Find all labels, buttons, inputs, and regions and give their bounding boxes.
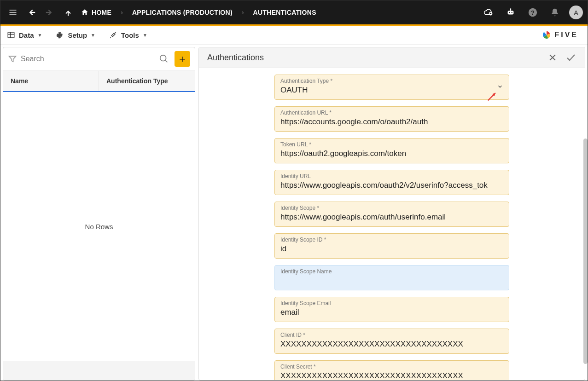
col-type-header[interactable]: Authentication Type	[99, 71, 195, 91]
top-app-bar: HOME › APPLICATIONS (PRODUCTION) › AUTHE…	[0, 0, 588, 24]
field-label: Authentication Type *	[280, 78, 503, 84]
search-input[interactable]	[21, 55, 155, 63]
table-header: Name Authentication Type	[3, 71, 195, 92]
breadcrumb-authentications[interactable]: AUTHENTICATIONS	[253, 9, 316, 16]
menu-tools-label: Tools	[121, 31, 139, 39]
field-label: Identity Scope ID *	[280, 237, 503, 243]
field-identity-url[interactable]: Identity URL https://www.googleapis.com/…	[274, 170, 509, 195]
detail-header: Authentications	[199, 47, 585, 68]
breadcrumb-applications-label: APPLICATIONS (PRODUCTION)	[132, 9, 233, 16]
detail-panel: Authentications Authentication Type * OA…	[198, 47, 585, 381]
chevron-down-icon: ▼	[38, 33, 42, 38]
breadcrumb-authentications-label: AUTHENTICATIONS	[253, 9, 316, 16]
field-value: id	[280, 244, 503, 254]
field-label: Identity URL	[280, 173, 503, 179]
filter-icon[interactable]	[8, 54, 17, 64]
svg-line-18	[165, 60, 168, 63]
field-label: Identity Scope Email	[280, 300, 503, 306]
field-token-url[interactable]: Token URL * https://oauth2.googleapis.co…	[274, 138, 509, 163]
field-label: Token URL *	[280, 141, 503, 148]
menu-setup[interactable]: Setup ▼	[56, 31, 95, 39]
hamburger-menu-icon[interactable]	[5, 5, 21, 20]
bell-icon[interactable]	[547, 5, 563, 20]
home-icon	[81, 8, 89, 17]
close-button[interactable]	[548, 53, 557, 62]
svg-point-11	[510, 8, 512, 10]
avatar-letter: A	[574, 9, 578, 17]
main-area: ＋ Name Authentication Type No Rows Authe…	[0, 45, 588, 381]
field-label: Identity Scope Name	[280, 268, 503, 275]
forward-arrow-icon	[42, 5, 58, 20]
menu-setup-label: Setup	[68, 31, 87, 39]
field-value: https://accounts.google.com/o/oauth2/aut…	[280, 117, 503, 127]
brand-logo: FIVE	[541, 30, 578, 40]
svg-point-17	[160, 55, 166, 61]
breadcrumb-home-label: HOME	[92, 9, 111, 16]
field-value	[280, 276, 503, 286]
field-value: OAUTH	[280, 86, 503, 96]
field-value: XXXXXXXXXXXXXXXXXXXXXXXXXXXXXXXXXXX	[280, 340, 503, 350]
field-value: https://oauth2.googleapis.com/token	[280, 149, 503, 159]
bot-icon[interactable]	[503, 5, 518, 20]
field-label: Authentication URL *	[280, 110, 503, 116]
chevron-down-icon[interactable]	[497, 83, 503, 90]
add-button[interactable]: ＋	[175, 51, 190, 67]
field-scope-email[interactable]: Identity Scope Email email	[274, 297, 509, 322]
svg-text:?: ?	[531, 9, 535, 16]
field-auth-type[interactable]: Authentication Type * OAUTH	[274, 75, 509, 100]
col-name-header[interactable]: Name	[3, 71, 99, 91]
list-footer	[3, 361, 195, 380]
page-title: Authentications	[207, 53, 264, 63]
up-arrow-icon[interactable]	[60, 5, 76, 20]
field-value: XXXXXXXXXXXXXXXXXXXXXXXXXXXXXXXXXXX	[280, 371, 503, 380]
gear-icon	[56, 31, 64, 39]
back-arrow-icon[interactable]	[23, 5, 39, 20]
table-icon	[7, 31, 15, 39]
field-identity-scope[interactable]: Identity Scope * https://www.googleapis.…	[274, 202, 509, 227]
chevron-right-icon: ›	[237, 9, 249, 16]
brand-logo-text: FIVE	[554, 31, 578, 39]
field-client-id[interactable]: Client ID * XXXXXXXXXXXXXXXXXXXXXXXXXXXX…	[274, 329, 509, 354]
list-panel: ＋ Name Authentication Type No Rows	[3, 47, 195, 381]
search-bar: ＋	[3, 47, 195, 71]
svg-rect-14	[8, 32, 14, 38]
scrollbar[interactable]	[583, 139, 588, 364]
menu-bar: Data ▼ Setup ▼ Tools ▼ FIVE	[0, 26, 588, 45]
chevron-down-icon: ▼	[91, 33, 95, 38]
confirm-button[interactable]	[565, 52, 576, 63]
field-value: email	[280, 308, 503, 318]
field-value: https://www.googleapis.com/oauth2/v2/use…	[280, 181, 503, 191]
field-auth-url[interactable]: Authentication URL * https://accounts.go…	[274, 106, 509, 132]
field-scope-id[interactable]: Identity Scope ID * id	[274, 233, 509, 259]
chevron-right-icon: ›	[116, 9, 128, 16]
help-icon[interactable]: ?	[525, 5, 541, 20]
chevron-down-icon: ▼	[143, 33, 147, 38]
svg-rect-7	[508, 11, 514, 14]
form-area: Authentication Type * OAUTH Authenticati…	[199, 68, 585, 380]
empty-state: No Rows	[3, 92, 195, 361]
close-icon	[548, 53, 557, 62]
svg-point-9	[512, 12, 512, 13]
breadcrumb: HOME › APPLICATIONS (PRODUCTION) › AUTHE…	[81, 8, 316, 17]
field-label: Identity Scope *	[280, 205, 503, 211]
menu-data-label: Data	[19, 31, 34, 39]
svg-point-8	[509, 12, 510, 13]
cloud-sync-icon[interactable]	[481, 5, 496, 20]
field-value: https://www.googleapis.com/auth/userinfo…	[280, 213, 503, 223]
search-icon[interactable]	[159, 54, 169, 64]
breadcrumb-home[interactable]: HOME	[81, 8, 111, 17]
breadcrumb-applications[interactable]: APPLICATIONS (PRODUCTION)	[132, 9, 233, 16]
avatar[interactable]: A	[569, 6, 583, 19]
field-label: Client Secret *	[280, 364, 503, 370]
field-scope-name[interactable]: Identity Scope Name	[274, 265, 509, 290]
check-icon	[565, 52, 576, 63]
menu-data[interactable]: Data ▼	[7, 31, 42, 39]
pinwheel-icon	[541, 30, 552, 40]
tools-icon	[109, 31, 117, 39]
field-label: Client ID *	[280, 332, 503, 338]
empty-state-text: No Rows	[85, 223, 113, 231]
field-client-secret[interactable]: Client Secret * XXXXXXXXXXXXXXXXXXXXXXXX…	[274, 360, 509, 380]
menu-tools[interactable]: Tools ▼	[109, 31, 147, 39]
plus-icon: ＋	[177, 52, 187, 66]
